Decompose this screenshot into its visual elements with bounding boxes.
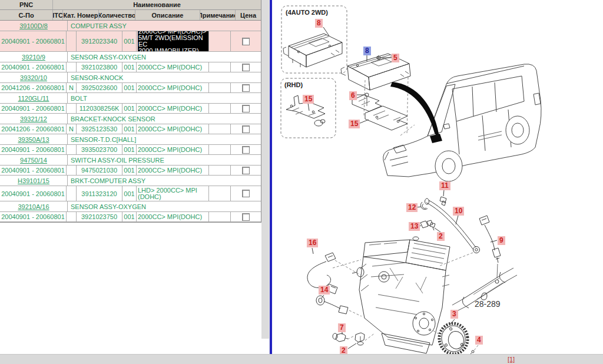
callout-10[interactable]: 10 <box>453 207 464 216</box>
sensor-14-drawing <box>316 296 348 314</box>
note-cell <box>209 62 231 72</box>
callout-13[interactable]: 13 <box>409 222 420 231</box>
itc-cell: N <box>67 83 77 92</box>
callout-9[interactable]: 9 <box>498 236 505 245</box>
header-period: С-По <box>0 10 53 20</box>
table-row[interactable]: 20040901 - 20060801 3912023340 001 2000C… <box>0 31 261 52</box>
part-name: SENSOR-KNOCK <box>68 72 261 82</box>
sensor14-dash <box>349 310 362 316</box>
group-row: 94750/14 SWITCH ASSY-OIL PRESSURE <box>0 155 261 166</box>
nut-6 <box>365 93 369 106</box>
group-row: 39350A/13 SENSOR-T.D.C[HALL] <box>0 134 261 145</box>
sensor-13-drawing <box>420 220 433 228</box>
callout-2-top[interactable]: 2 <box>437 232 445 241</box>
desc-cell: 2000CC> MPI(DOHC) <box>137 104 209 113</box>
qty-cell: 001 <box>122 104 137 113</box>
qty-cell: 001 <box>122 62 137 72</box>
left-panel-scrollbar[interactable] <box>261 0 269 339</box>
qty-cell: 001 <box>122 31 137 51</box>
callout-16[interactable]: 16 <box>307 239 318 247</box>
pnc-link[interactable]: 39100D/8 <box>19 22 48 29</box>
table-row[interactable]: 20040901 - 20060801 3911323120 001 LHD> … <box>0 186 261 201</box>
price-checkbox[interactable] <box>242 146 250 154</box>
header-cat-num: Кат. Номер <box>63 10 99 20</box>
header-qty: Количество <box>99 10 135 20</box>
price-checkbox[interactable] <box>242 213 250 221</box>
ecu-4auto-drawing <box>283 34 342 67</box>
header-name: Наименование <box>53 0 261 9</box>
itc-cell: N <box>67 124 77 134</box>
note-cell <box>209 31 231 51</box>
part-name: SENSOR-T.D.C[HALL] <box>68 134 261 144</box>
group-row: 39321/12 BRACKET-KNOCK SENSOR <box>0 114 261 124</box>
note-cell <box>209 104 231 113</box>
table-row[interactable]: 20040901 - 20060801 9475021030 001 2000C… <box>0 166 261 176</box>
pnc-link[interactable]: 94750/14 <box>20 157 47 164</box>
parts-table-panel: PNC Наименование С-По ITC Кат. Номер Кол… <box>0 0 261 354</box>
pnc-link[interactable]: 39210A/16 <box>18 203 49 210</box>
price-checkbox[interactable] <box>242 64 250 71</box>
desc-cell: 2000CC> MPI(DOHC) <box>137 124 209 134</box>
price-checkbox[interactable] <box>242 125 250 133</box>
group-row: 39100D/8 COMPUTER ASSY <box>0 21 261 31</box>
leader-15a <box>308 103 309 111</box>
callout-7[interactable]: 7 <box>338 323 346 332</box>
table-header-row-1: PNC Наименование <box>0 0 261 10</box>
price-checkbox[interactable] <box>242 167 250 174</box>
group-row: H39101/15 BRKT-COMPUTER ASSY <box>0 176 261 186</box>
callout-3[interactable]: 3 <box>450 310 458 319</box>
table-row[interactable]: 20040901 - 20060801 3935023700 001 2000C… <box>0 145 261 155</box>
callout-14[interactable]: 14 <box>319 286 330 294</box>
callout-6[interactable]: 6 <box>349 91 357 100</box>
table-row[interactable]: 20041206 - 20060801 N 3925123530 001 200… <box>0 124 261 134</box>
group-row: 39210A/16 SENSOR ASSY-OXYGEN <box>0 201 261 212</box>
pnc-link[interactable]: H39101/15 <box>18 177 49 184</box>
table-row[interactable]: 20041206 - 20060801 N 3925023600 001 200… <box>0 83 261 93</box>
part-name: BOLT <box>68 93 261 103</box>
itc-cell <box>67 212 77 221</box>
itc-cell <box>67 62 77 72</box>
callout-15-rhd[interactable]: 15 <box>303 95 314 104</box>
price-checkbox[interactable] <box>242 38 250 45</box>
pnc-link[interactable]: 39350A/13 <box>18 136 49 143</box>
table-row[interactable]: 20040901 - 20060801 1120308256K 001 2000… <box>0 104 261 114</box>
callout-15[interactable]: 15 <box>349 120 360 128</box>
price-checkbox[interactable] <box>242 84 250 92</box>
leader-2b <box>348 343 356 349</box>
pnc-link[interactable]: 1120GL/11 <box>18 95 49 102</box>
parts-diagram <box>272 0 603 354</box>
callout-8-4auto[interactable]: 8 <box>315 19 323 28</box>
desc-highlighted: 2000CC> MPI(DOHC)> 5M/T 2WD(EMISSION EC … <box>138 31 208 51</box>
callout-8-selected[interactable]: 8 <box>363 47 371 55</box>
pnc-link[interactable]: 39210/9 <box>22 54 45 61</box>
callout-11[interactable]: 11 <box>439 181 450 190</box>
bolt-11-drawing <box>440 197 446 206</box>
page-link[interactable]: [1] <box>488 356 535 363</box>
oil-switch-7-drawing <box>333 333 348 342</box>
note-cell <box>209 212 231 221</box>
pnc-link[interactable]: 39321/12 <box>20 115 47 123</box>
part-name: BRKT-COMPUTER ASSY <box>68 176 261 186</box>
callout-12[interactable]: 12 <box>406 203 418 212</box>
ref-code: 28-289 <box>475 299 501 309</box>
header-itc: ITC <box>53 10 63 20</box>
desc-cell: 2000CC> MPI(DOHC) <box>137 166 209 175</box>
callout-4[interactable]: 4 <box>475 336 483 345</box>
group-row: 39210/9 SENSOR ASSY-OXYGEN <box>0 52 261 62</box>
callout-5[interactable]: 5 <box>392 54 399 62</box>
table-row[interactable]: 20040901 - 20060801 3921023800 001 2000C… <box>0 62 261 72</box>
table-row[interactable]: 20040901 - 20060801 3921023750 001 2000C… <box>0 212 261 222</box>
pnc-link[interactable]: 39320/10 <box>20 74 47 81</box>
desc-cell: 2000CC> MPI(DOHC) <box>137 145 209 154</box>
group-row: 39320/10 SENSOR-KNOCK <box>0 72 261 83</box>
sensor16-dashes <box>333 260 362 276</box>
price-checkbox[interactable] <box>242 190 250 197</box>
cat-num-cell: 9475021030 <box>77 166 122 175</box>
leader-11 <box>443 190 444 196</box>
leader-9 <box>491 240 497 242</box>
cat-num-cell: 3912023340 <box>77 31 122 51</box>
header-desc: Описание <box>135 10 200 20</box>
price-checkbox[interactable] <box>242 105 250 112</box>
qty-cell: 001 <box>122 145 137 154</box>
oxygen-sensor-9-drawing <box>479 216 501 283</box>
